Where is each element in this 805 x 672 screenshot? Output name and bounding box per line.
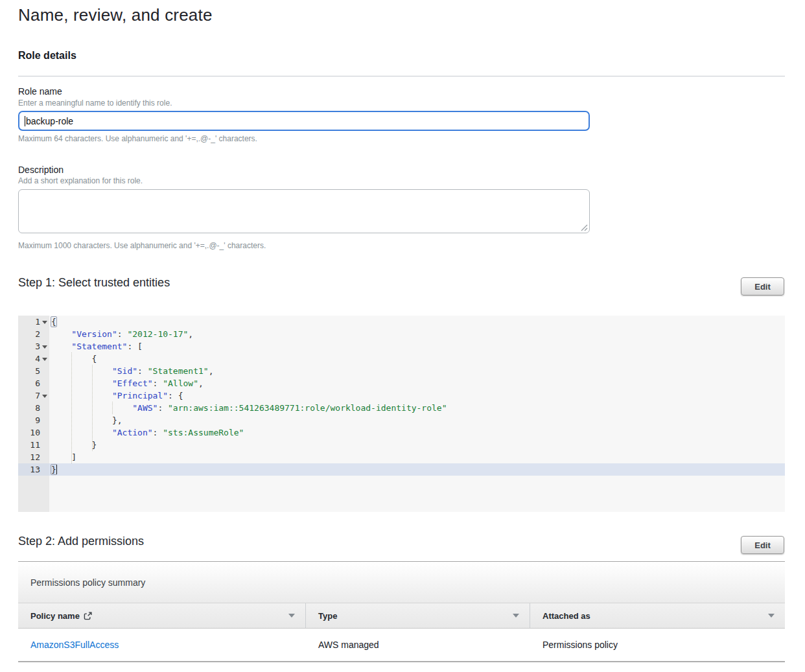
- gutter-line[interactable]: 11: [18, 439, 49, 451]
- role-name-input[interactable]: backup-role: [18, 111, 590, 131]
- column-header-type[interactable]: Type: [306, 603, 530, 628]
- editor-caret: [56, 465, 57, 474]
- sort-icon: [768, 614, 775, 618]
- fold-arrow-icon[interactable]: [42, 321, 47, 324]
- gutter-line[interactable]: 8: [18, 402, 49, 414]
- gutter-line[interactable]: 5: [18, 365, 49, 377]
- code-line[interactable]: }: [49, 439, 785, 451]
- description-constraint: Maximum 1000 characters. Use alphanumeri…: [18, 241, 266, 250]
- gutter-line[interactable]: 12: [18, 451, 49, 463]
- role-details-heading: Role details: [18, 50, 76, 62]
- policy-table-header: Policy name Type Attached as: [18, 603, 785, 629]
- column-header-policy-name[interactable]: Policy name: [18, 603, 306, 628]
- name-review-create-page: Name, review, and create Role details Ro…: [0, 0, 805, 672]
- role-name-hint: Enter a meaningful name to identify this…: [18, 98, 172, 108]
- code-line[interactable]: "Principal": {: [49, 389, 785, 402]
- code-line[interactable]: "Sid": "Statement1",: [49, 365, 785, 377]
- code-line[interactable]: ]: [49, 451, 785, 463]
- permissions-panel-header: Permissions policy summary: [18, 562, 785, 603]
- fold-arrow-icon[interactable]: [42, 395, 47, 398]
- step2-heading: Step 2: Add permissions: [18, 535, 144, 548]
- code-line[interactable]: "Effect": "Allow",: [49, 377, 785, 389]
- permissions-summary-panel: Permissions policy summary Policy name T…: [18, 561, 785, 662]
- gutter-line[interactable]: 4: [18, 353, 49, 365]
- code-line[interactable]: "Action": "sts:AssumeRole": [49, 426, 785, 439]
- step1-heading: Step 1: Select trusted entities: [18, 276, 170, 290]
- policy-type-cell: AWS managed: [306, 640, 530, 650]
- page-title: Name, review, and create: [18, 5, 213, 25]
- gutter-line[interactable]: 13: [18, 463, 49, 476]
- gutter-line[interactable]: 10: [18, 426, 49, 439]
- description-label: Description: [18, 165, 64, 175]
- description-field-wrap: [18, 189, 590, 233]
- trust-policy-editor[interactable]: 12345678910111213 { "Version": "2012-10-…: [18, 316, 785, 512]
- table-row: AmazonS3FullAccessAWS managedPermissions…: [18, 629, 785, 661]
- gutter-line[interactable]: 7: [18, 389, 49, 402]
- role-name-value: backup-role: [26, 116, 73, 126]
- code-line[interactable]: },: [49, 414, 785, 426]
- code-line[interactable]: }: [49, 463, 785, 476]
- policy-name-link[interactable]: AmazonS3FullAccess: [30, 640, 119, 650]
- gutter-line[interactable]: 3: [18, 340, 49, 353]
- attached-as-cell: Permissions policy: [530, 640, 785, 650]
- section-divider: [18, 76, 785, 76]
- gutter-line[interactable]: 1: [18, 316, 49, 328]
- code-lines: { "Version": "2012-10-17", "Statement": …: [49, 316, 785, 476]
- fold-arrow-icon[interactable]: [42, 358, 47, 361]
- description-hint: Add a short explanation for this role.: [18, 176, 143, 185]
- code-line[interactable]: "Statement": [: [49, 340, 785, 353]
- external-link-icon: [84, 612, 92, 620]
- code-gutter: 12345678910111213: [18, 316, 49, 512]
- role-name-constraint: Maximum 64 characters. Use alphanumeric …: [18, 134, 257, 143]
- gutter-line[interactable]: 6: [18, 377, 49, 389]
- code-line[interactable]: "Version": "2012-10-17",: [49, 328, 785, 340]
- text-caret: [25, 116, 25, 126]
- code-area[interactable]: { "Version": "2012-10-17", "Statement": …: [49, 316, 785, 512]
- code-line[interactable]: {: [49, 353, 785, 365]
- step1-edit-button[interactable]: Edit: [741, 277, 784, 295]
- policy-table-body: AmazonS3FullAccessAWS managedPermissions…: [18, 629, 785, 662]
- code-line[interactable]: "AWS": "arn:aws:iam::541263489771:role/w…: [49, 402, 785, 414]
- fold-arrow-icon[interactable]: [42, 345, 47, 349]
- role-name-label: Role name: [18, 86, 62, 97]
- sort-icon: [513, 614, 519, 618]
- code-line[interactable]: {: [49, 316, 785, 328]
- description-textarea[interactable]: [18, 189, 590, 233]
- step2-edit-button[interactable]: Edit: [741, 536, 784, 554]
- gutter-line[interactable]: 9: [18, 414, 49, 426]
- column-header-attached-as[interactable]: Attached as: [530, 603, 785, 628]
- sort-icon: [288, 614, 295, 618]
- gutter-line[interactable]: 2: [18, 328, 49, 340]
- permissions-panel-title: Permissions policy summary: [30, 577, 145, 588]
